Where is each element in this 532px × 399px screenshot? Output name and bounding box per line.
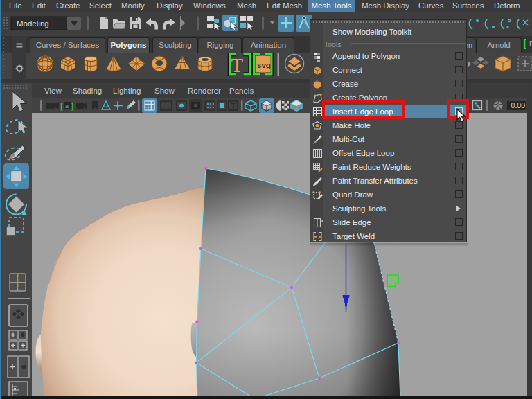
svg-text:T: T (231, 54, 244, 76)
svg-text:T: T (231, 102, 236, 110)
svg-text:[: [ (60, 101, 63, 112)
svg-text:Modeling: Modeling (17, 19, 49, 28)
svg-text:svg: svg (257, 61, 271, 69)
svg-text:a: a (65, 103, 69, 109)
svg-text:]: ] (71, 101, 73, 112)
svg-text:0.00: 0.00 (511, 101, 526, 109)
